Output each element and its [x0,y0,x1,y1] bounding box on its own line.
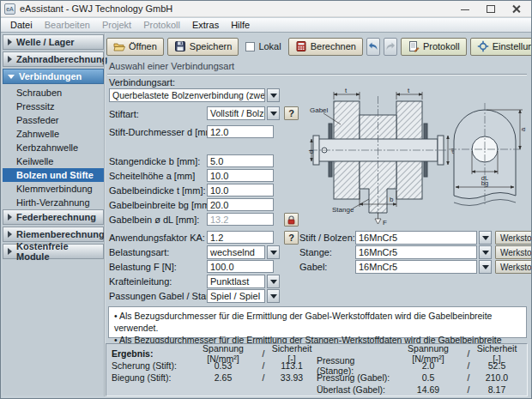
krafteinleitung-select[interactable]: Punktlast [207,275,280,288]
close-icon[interactable] [512,4,521,13]
separator: / [464,384,473,395]
sidebar-item-kerbzahnwelle[interactable]: Kerbzahnwelle [3,141,104,154]
protocol-label: Protokoll [423,41,460,51]
separator: / [259,372,268,383]
scheitelhoehe-input[interactable]: 10.0 [207,169,274,182]
passungen-select[interactable]: Spiel / Spiel [207,289,280,303]
sidebar-item-schrauben[interactable]: Schrauben [3,86,104,100]
menu-datei[interactable]: Datei [4,19,39,31]
lock-icon [287,215,296,225]
separator: / [464,372,473,383]
chevron-down-icon [8,75,15,79]
results-right: Spannung [N/mm²] / Sicherheit [-] Pressu… [317,348,522,392]
stiftart-value[interactable]: Vollstift / Bolzen [207,106,265,120]
gabelbeinbreite-label: Gabelbeinbreite bg [mm]: [109,200,215,210]
belastungsart-value[interactable]: wechselnd [207,245,265,259]
calculate-button[interactable]: Berechnen [288,38,363,56]
open-folder-icon [113,40,125,52]
result-row-label: Scherung (Stift): [112,360,187,371]
stange-material-label: Stange: [299,247,332,257]
gabel-material-value[interactable]: 16MnCr5 [355,260,477,274]
sidebar-item-keilwelle[interactable]: Keilwelle [3,154,104,168]
sidebar-item-presssitz[interactable]: Presssitz [3,100,104,113]
sidebar-section-riemenberechnung[interactable]: Riemenberechnung [3,227,104,242]
anwendungsfaktor-help-button[interactable]: ? [284,231,299,245]
chevron-down-icon[interactable] [479,260,492,274]
sidebar-section-zahnradberechnung[interactable]: Zahnradberechnung [3,51,104,67]
stiftart-help-button[interactable]: ? [284,106,299,120]
redo-button[interactable] [384,38,397,56]
sidebar-item-zahnwelle[interactable]: Zahnwelle [3,127,104,141]
chevron-down-icon[interactable] [267,245,280,259]
krafteinleitung-label: Krafteinleitung: [109,276,172,287]
chevron-down-icon[interactable] [267,106,280,120]
result-row-label: Pressung (Gabel): [317,372,392,383]
drawing-b-label: b [390,196,394,203]
stangendicke-input[interactable]: 5.0 [207,154,274,167]
save-button[interactable]: Speichern [167,38,239,56]
stift-bolzen-material-select[interactable]: 16MnCr5 [355,231,492,245]
undo-button[interactable] [366,38,380,56]
open-button[interactable]: Öffnen [106,38,164,56]
gabel-werkstoff-button[interactable]: Werkstoff [495,260,532,274]
gabelbeindicke-label: Gabelbeindicke t [mm]: [109,185,206,196]
sidebar-item-hirth-verzahnung[interactable]: Hirth-Verzahnung [3,196,104,209]
stange-material-value[interactable]: 16MnCr5 [355,245,477,259]
verbindungsart-select[interactable]: Querbelastete Bolzenverbindung (zweischn… [109,88,280,102]
sidebar-section-federberechnung[interactable]: Federberechnung [3,209,104,225]
scheitelhoehe-label: Scheitelhöhe a [mm] [109,171,195,181]
open-label: Öffnen [129,41,157,51]
gabelbeindicke-input[interactable]: 10.0 [207,184,274,196]
stange-werkstoff-button[interactable]: Werkstoff [495,245,532,259]
menu-hilfe[interactable]: Hilfe [225,19,256,31]
drawing-stange-label: Stange [332,206,354,214]
chevron-down-icon[interactable] [267,88,280,102]
sidebar-item-passfeder[interactable]: Passfeder [3,113,104,127]
belastungsart-select[interactable]: wechselnd [207,245,280,259]
section-label: Federberechnung [16,212,96,222]
belastung-input[interactable]: 100.0 [207,260,274,273]
page-title: Auswahl einer Verbindungsart [107,60,527,75]
stift-bolzen-material-value[interactable]: 16MnCr5 [355,231,477,245]
verbindungsart-value[interactable]: Querbelastete Bolzenverbindung (zweischn… [109,88,265,102]
gabelbeinbreite-input[interactable]: 20.0 [207,198,274,211]
chevron-down-icon[interactable] [267,275,280,288]
krafteinleitung-value[interactable]: Punktlast [207,275,265,288]
chevron-right-icon [8,56,12,63]
gabelbein-dl-lock-button[interactable] [284,213,299,227]
sidebar-section-kostenfreie-module[interactable]: Kostenfreie Module [3,244,104,259]
minimize-icon[interactable] [461,4,469,13]
settings-button[interactable]: Einstellungen [470,38,532,56]
menu-extras[interactable]: Extras [186,19,225,31]
redo-icon [384,40,396,52]
local-toggle[interactable]: Lokal [242,41,284,51]
maximize-icon[interactable] [487,4,495,13]
gabel-material-select[interactable]: 16MnCr5 [355,260,492,274]
anwendungsfaktor-input[interactable]: 1.2 [207,231,274,244]
chevron-down-icon[interactable] [479,245,492,259]
notes-box: Als Bezugsdurchmesser für die Ermittlung… [108,306,527,338]
durchmesser-input[interactable]: 12.0 [207,125,274,138]
durchmesser-label: Stift-Durchmesser d [mm]: [109,127,219,137]
sidebar-item-klemmverbindung[interactable]: Klemmverbindung [3,182,104,196]
sidebar-item-bolzen-und-stifte[interactable]: Bolzen und Stifte [3,168,104,182]
stiftart-select[interactable]: Vollstift / Bolzen [207,106,280,120]
drawing-f-label: F [383,219,387,227]
chevron-down-icon[interactable] [479,231,492,245]
local-checkbox[interactable] [245,42,255,51]
separator: / [464,348,473,359]
sidebar-section-welle-lager[interactable]: Welle / Lager [3,34,104,50]
passungen-value[interactable]: Spiel / Spiel [207,289,265,303]
stangendicke-label: Stangendicke b [mm]: [109,156,200,166]
stange-material-select[interactable]: 16MnCr5 [355,245,492,259]
stift-bolzen-werkstoff-button[interactable]: Werkstoff [495,231,532,245]
sidebar-section-verbindungen[interactable]: Verbindungen [3,69,104,84]
protocol-button[interactable]: Protokoll [401,38,467,56]
chevron-down-icon[interactable] [267,289,280,303]
separator: / [464,360,473,371]
drawing-t2-label: t [408,87,410,94]
calculate-label: Berechnen [311,41,356,51]
result-stress: 0.5 [392,372,464,383]
result-safety: 113.1 [268,360,316,371]
app-icon: eA [4,3,15,15]
